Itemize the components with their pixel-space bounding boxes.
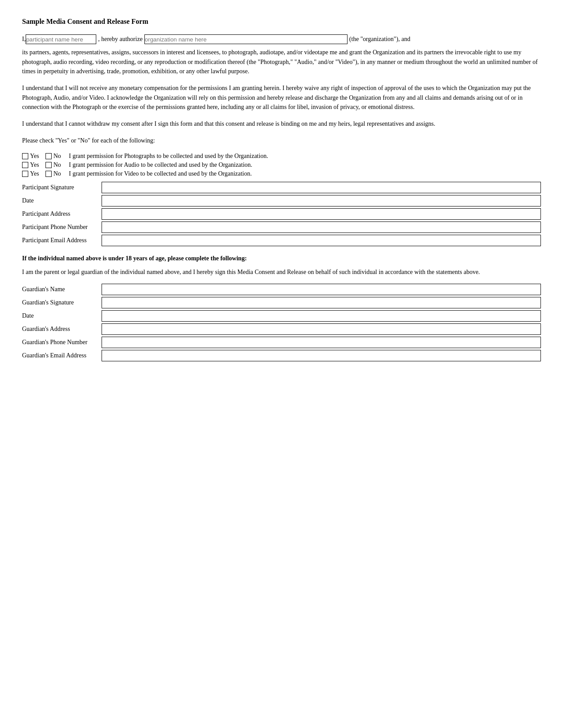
guardian-name-input[interactable]: [102, 284, 541, 295]
no-text-photo: No: [53, 153, 61, 160]
intro-middle: , hereby authorize: [98, 36, 143, 43]
yes-checkbox-photo[interactable]: [22, 153, 28, 159]
yes-label-video: Yes: [22, 170, 42, 177]
guardian-fields-section: Guardian's Name Guardian's Signature Dat…: [22, 284, 541, 361]
paragraph-4: Please check "Yes" or "No" for each of t…: [22, 136, 541, 146]
yes-checkbox-video[interactable]: [22, 171, 28, 177]
participant-phone-label: Participant Phone Number: [22, 224, 102, 231]
participant-email-input[interactable]: [102, 235, 541, 246]
organization-name-input[interactable]: [144, 34, 348, 44]
paragraph-1: its partners, agents, representatives, a…: [22, 48, 541, 76]
check-row-audio: Yes No I grant permission for Audio to b…: [22, 161, 541, 169]
participant-date-label: Date: [22, 197, 102, 204]
intro-line: I, , hereby authorize (the "organization…: [22, 34, 541, 44]
participant-fields-section: Participant Signature Date Participant A…: [22, 182, 541, 246]
intro-prefix: I,: [22, 36, 26, 43]
participant-signature-row: Participant Signature: [22, 182, 541, 193]
participant-phone-input[interactable]: [102, 221, 541, 233]
no-label-video: No: [45, 170, 65, 177]
guardian-signature-input[interactable]: [102, 297, 541, 308]
guardian-email-input[interactable]: [102, 350, 541, 361]
yes-checkbox-audio[interactable]: [22, 162, 28, 168]
minor-section-heading: If the individual named above is under 1…: [22, 255, 541, 262]
participant-date-input[interactable]: [102, 195, 541, 206]
no-checkbox-audio[interactable]: [45, 162, 52, 168]
checkbox-section: Yes No I grant permission for Photograph…: [22, 153, 541, 177]
yes-text-video: Yes: [30, 170, 39, 177]
check-row-video: Yes No I grant permission for Video to b…: [22, 170, 541, 177]
yes-text-audio: Yes: [30, 161, 39, 169]
participant-date-row: Date: [22, 195, 541, 206]
guardian-address-row: Guardian's Address: [22, 323, 541, 335]
no-text-audio: No: [53, 161, 61, 169]
check-row-photo: Yes No I grant permission for Photograph…: [22, 153, 541, 160]
guardian-phone-label: Guardian's Phone Number: [22, 339, 102, 346]
yes-label-audio: Yes: [22, 161, 42, 169]
guardian-email-row: Guardian's Email Address: [22, 350, 541, 361]
guardian-date-row: Date: [22, 310, 541, 322]
participant-signature-label: Participant Signature: [22, 184, 102, 191]
no-label-photo: No: [45, 153, 65, 160]
minor-paragraph: I am the parent or legal guardian of the…: [22, 267, 541, 277]
participant-email-row: Participant Email Address: [22, 235, 541, 246]
check-text-audio: I grant permission for Audio to be colle…: [69, 161, 541, 169]
participant-address-row: Participant Address: [22, 208, 541, 220]
participant-phone-row: Participant Phone Number: [22, 221, 541, 233]
yes-label-photo: Yes: [22, 153, 42, 160]
no-text-video: No: [53, 170, 61, 177]
intro-suffix: (the "organization"), and: [349, 36, 410, 43]
guardian-address-label: Guardian's Address: [22, 326, 102, 333]
guardian-phone-row: Guardian's Phone Number: [22, 337, 541, 348]
participant-address-label: Participant Address: [22, 210, 102, 218]
guardian-date-label: Date: [22, 312, 102, 319]
guardian-phone-input[interactable]: [102, 337, 541, 348]
check-text-photo: I grant permission for Photographs to be…: [69, 153, 541, 160]
guardian-name-label: Guardian's Name: [22, 286, 102, 293]
no-label-audio: No: [45, 161, 65, 169]
guardian-name-row: Guardian's Name: [22, 284, 541, 295]
guardian-date-input[interactable]: [102, 310, 541, 322]
check-text-video: I grant permission for Video to be colle…: [69, 170, 541, 177]
no-checkbox-photo[interactable]: [45, 153, 52, 159]
guardian-signature-label: Guardian's Signature: [22, 299, 102, 306]
participant-email-label: Participant Email Address: [22, 237, 102, 244]
yes-text-photo: Yes: [30, 153, 39, 160]
no-checkbox-video[interactable]: [45, 171, 52, 177]
guardian-signature-row: Guardian's Signature: [22, 297, 541, 308]
paragraph-3: I understand that I cannot withdraw my c…: [22, 119, 541, 129]
participant-address-input[interactable]: [102, 208, 541, 220]
paragraph-2: I understand that I will not receive any…: [22, 83, 541, 112]
participant-signature-input[interactable]: [102, 182, 541, 193]
participant-name-input[interactable]: [26, 34, 96, 44]
guardian-email-label: Guardian's Email Address: [22, 352, 102, 359]
page-title: Sample Media Consent and Release Form: [22, 18, 541, 26]
guardian-address-input[interactable]: [102, 323, 541, 335]
